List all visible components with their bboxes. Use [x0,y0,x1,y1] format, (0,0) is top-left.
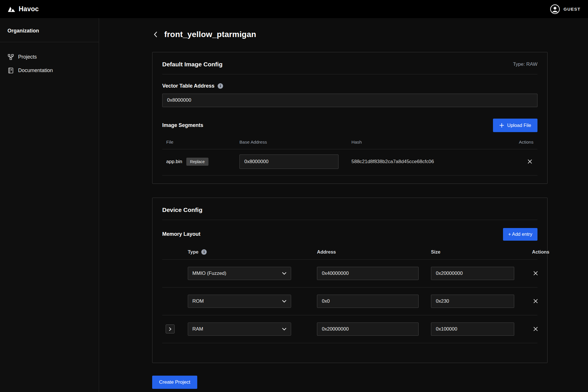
type-info-icon[interactable]: i [201,249,207,255]
create-project-button[interactable]: Create Project [152,376,197,389]
column-header-file: File [166,140,239,145]
segment-hash: 588c21d8f838b2ca7a8d45cce68cfc06 [351,159,513,165]
expand-row-button[interactable] [166,325,175,333]
memory-type-select[interactable]: RAM [188,323,291,336]
vector-table-address-label: Vector Table Address [162,83,214,89]
memory-layout-title: Memory Layout [162,231,200,237]
memory-size-input[interactable] [431,295,514,308]
upload-file-label: Upload File [507,123,531,128]
column-header-base-address: Base Address [239,140,351,145]
memory-address-input[interactable] [317,295,419,308]
upload-file-button[interactable]: Upload File [493,119,537,132]
topbar: Havoc GUEST [0,0,588,18]
memory-size-input[interactable] [431,267,514,280]
memory-row: MMIO (Fuzzed) [162,260,537,287]
brand[interactable]: Havoc [7,5,39,13]
segment-file-name: app.bin [166,159,182,165]
sidebar-item-documentation[interactable]: Documentation [0,64,99,77]
image-type-badge: Type: RAW [513,61,537,67]
user-menu[interactable]: GUEST [550,4,581,14]
column-header-hash: Hash [351,140,513,145]
memory-address-input[interactable] [317,267,419,280]
default-image-config-card: Default Image Config Type: RAW Vector Ta… [152,52,548,184]
segment-row: app.bin Replace 588c21d8f838b2ca7a8d45cc… [162,149,537,175]
sidebar: Organization Projects [0,18,99,392]
device-config-card: Device Config Memory Layout + Add entry … [152,198,548,363]
close-icon [527,159,532,164]
memory-type-value: ROM [192,298,204,304]
memory-row: ROM [162,287,537,315]
memory-type-select[interactable]: ROM [188,295,291,308]
info-icon[interactable]: i [218,83,223,89]
chevron-right-icon [169,327,171,331]
memory-layout-table: Type i Address Size Actions MMIO (Fuzzed… [162,249,537,363]
sidebar-item-projects[interactable]: Projects [0,50,99,64]
close-icon [533,327,538,331]
image-segments-table: File Base Address Hash Actions app.bin R… [162,140,537,176]
chevron-left-icon [153,31,158,38]
chevron-down-icon [282,300,287,303]
brand-name: Havoc [19,5,39,13]
card-title-device-config: Device Config [162,206,202,213]
remove-memory-row-button[interactable] [532,325,539,333]
memory-address-input[interactable] [317,323,419,336]
memory-type-select[interactable]: MMIO (Fuzzed) [188,267,291,280]
sidebar-item-label: Documentation [18,67,53,74]
close-icon [533,299,538,304]
avatar-icon [550,4,560,14]
column-header-type: Type [188,249,198,255]
user-label: GUEST [564,7,581,11]
replace-file-button[interactable]: Replace [186,158,208,166]
image-segments-title: Image Segments [162,122,203,128]
remove-segment-button[interactable] [526,158,533,165]
column-header-address: Address [317,249,431,255]
plus-icon [499,123,504,128]
sidebar-item-label: Projects [18,54,37,60]
close-icon [533,271,538,276]
memory-size-input[interactable] [431,323,514,336]
remove-memory-row-button[interactable] [532,298,539,305]
memory-type-value: RAM [192,326,203,332]
projects-icon [7,54,14,60]
memory-row: RAM [162,315,537,343]
sidebar-section-organization: Organization [0,18,99,42]
card-title-default-image-config: Default Image Config [162,61,223,68]
chevron-down-icon [282,272,287,275]
column-header-size: Size [431,249,532,255]
column-header-actions: Actions [532,249,550,255]
havoc-logo-icon [7,6,16,13]
memory-type-value: MMIO (Fuzzed) [192,271,226,276]
chevron-down-icon [282,328,287,331]
remove-memory-row-button[interactable] [532,270,539,277]
segment-base-address-input[interactable] [239,155,339,169]
documentation-icon [7,67,14,74]
page-title: front_yellow_ptarmigan [164,30,256,39]
vector-table-address-input[interactable] [162,94,537,107]
add-entry-button[interactable]: + Add entry [503,228,537,241]
main-content: front_yellow_ptarmigan Default Image Con… [99,18,588,392]
back-button[interactable] [152,30,159,39]
column-header-actions: Actions [519,140,533,145]
